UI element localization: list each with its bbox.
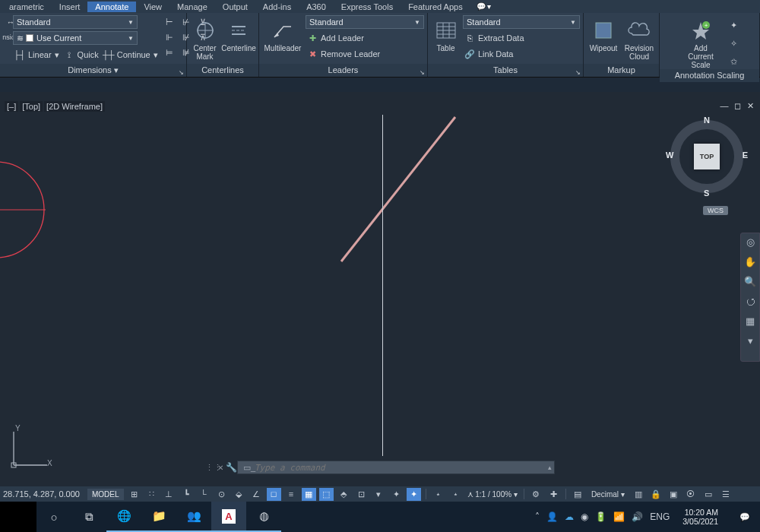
menu-manage[interactable]: Manage bbox=[169, 2, 215, 12]
taskbar-clock[interactable]: 10:20 AM 3/05/2021 bbox=[676, 508, 724, 526]
menu-parametric[interactable]: arametric bbox=[2, 2, 52, 12]
dim-tool-7[interactable]: ⊨ bbox=[162, 46, 177, 59]
coordinates-readout[interactable]: 28.715, 4.287, 0.000 bbox=[3, 489, 84, 499]
taskbar-teams-icon[interactable]: 👥 bbox=[176, 502, 211, 532]
tray-people-icon[interactable]: 👤 bbox=[546, 511, 558, 522]
tray-wifi-icon[interactable]: 📶 bbox=[613, 511, 625, 522]
polar-toggle[interactable]: ⊙ bbox=[214, 488, 229, 501]
clean-screen-icon[interactable]: ▭ bbox=[701, 488, 715, 501]
taskbar-obs-icon[interactable]: ◍ bbox=[246, 502, 281, 532]
anno-scale-tool-2[interactable]: ✧ bbox=[726, 36, 741, 50]
menu-annotate[interactable]: Annotate bbox=[87, 2, 136, 12]
cmd-grip-icon[interactable]: ⋮⋮ bbox=[205, 463, 216, 473]
menu-view[interactable]: View bbox=[136, 2, 169, 12]
dialog-launcher-icon[interactable]: ↘ bbox=[179, 66, 184, 79]
linear-dim-button[interactable]: ├┤Linear ▾ bbox=[13, 48, 61, 62]
dynamic-input-toggle[interactable]: ┗ bbox=[179, 488, 194, 501]
vp-view[interactable]: [Top] bbox=[20, 101, 43, 112]
viewcube-east[interactable]: E bbox=[743, 150, 748, 160]
dyn-ucs-toggle[interactable]: ⊡ bbox=[354, 488, 369, 501]
link-data-button[interactable]: 🔗Link Data bbox=[463, 47, 580, 61]
hardware-accel-icon[interactable]: ⦿ bbox=[683, 488, 698, 501]
nav-pan-icon[interactable]: ✋ bbox=[743, 256, 757, 270]
window-minimize-icon[interactable]: — bbox=[719, 101, 730, 110]
revision-cloud-button[interactable]: Revision Cloud bbox=[622, 15, 656, 61]
model-tab[interactable]: MODEL bbox=[87, 489, 124, 500]
taskbar-autocad-icon[interactable]: A bbox=[211, 502, 246, 532]
otrack-toggle[interactable]: ∠ bbox=[249, 488, 264, 501]
cmd-recent-icon[interactable]: ▴ bbox=[548, 464, 552, 471]
nav-zoom-icon[interactable]: 🔍 bbox=[743, 276, 757, 290]
infer-constraint-toggle[interactable]: ⊥ bbox=[162, 488, 176, 501]
taskbar-start-area[interactable] bbox=[0, 502, 36, 532]
vp-minimize[interactable]: [–] bbox=[5, 101, 18, 112]
centerline-button[interactable]: Centerline bbox=[222, 15, 255, 52]
panel-title-dimensions[interactable]: Dimensions ▾↘ bbox=[0, 64, 186, 77]
vp-visualstyle[interactable]: [2D Wireframe] bbox=[44, 101, 105, 112]
isolate-objects-icon[interactable]: ▣ bbox=[666, 488, 680, 501]
menu-search-icon[interactable]: 💬 ▾ bbox=[477, 2, 492, 11]
viewcube-south[interactable]: S bbox=[704, 188, 709, 198]
osnap-toggle[interactable]: □ bbox=[267, 488, 281, 501]
extract-data-button[interactable]: ⎘Extract Data bbox=[463, 31, 580, 45]
snap-toggle[interactable]: ∷ bbox=[144, 488, 159, 501]
wcs-badge[interactable]: WCS bbox=[703, 206, 728, 215]
taskbar-explorer-icon[interactable]: 📁 bbox=[141, 502, 176, 532]
workspace-switch-icon[interactable]: ⚙ bbox=[529, 488, 543, 501]
nav-wheel-icon[interactable]: ◎ bbox=[743, 236, 757, 250]
add-leader-button[interactable]: ✚Add Leader bbox=[306, 31, 424, 45]
action-center-icon[interactable]: 💬 bbox=[731, 502, 758, 532]
lineweight-toggle[interactable]: ≡ bbox=[284, 488, 299, 501]
leader-style-combo[interactable]: Standard▼ bbox=[306, 15, 424, 29]
dim-tool-4[interactable]: ⊩ bbox=[162, 30, 177, 44]
ortho-toggle[interactable]: └ bbox=[197, 488, 211, 501]
cmd-customize-icon[interactable]: 🔧 bbox=[225, 462, 237, 473]
quick-dim-button[interactable]: ⟟Quick bbox=[62, 48, 100, 62]
center-mark-button[interactable]: Center Mark bbox=[190, 15, 220, 61]
tray-volume-icon[interactable]: 🔊 bbox=[632, 511, 643, 522]
isodraft-toggle[interactable]: ⬙ bbox=[232, 488, 246, 501]
viewcube-north[interactable]: N bbox=[704, 116, 710, 125]
units-icon[interactable]: ▤ bbox=[571, 488, 585, 501]
table-button[interactable]: Table bbox=[431, 15, 461, 52]
menu-output[interactable]: Output bbox=[215, 2, 255, 12]
taskbar-edge-icon[interactable]: 🌐 bbox=[106, 502, 141, 532]
continue-dim-button[interactable]: ┼┼Continue ▾ bbox=[102, 48, 160, 62]
anno-visibility-toggle[interactable]: ✦ bbox=[407, 488, 421, 501]
tray-onedrive-icon[interactable]: ☁ bbox=[565, 511, 574, 522]
nav-showmotion-icon[interactable]: ▦ bbox=[743, 315, 757, 329]
anno-scale-value[interactable]: ⋏ 1:1 / 100% ▾ bbox=[466, 489, 519, 499]
anno-autoscale-toggle[interactable]: ⋆ bbox=[431, 488, 445, 501]
tray-language[interactable]: ENG bbox=[650, 511, 670, 522]
transparency-toggle[interactable]: ▦ bbox=[302, 488, 316, 501]
viewcube-west[interactable]: W bbox=[666, 150, 673, 160]
tray-chevron-icon[interactable]: ˄ bbox=[535, 511, 540, 522]
anno-scale-tool-1[interactable]: ✦ bbox=[726, 18, 741, 32]
menu-express-tools[interactable]: Express Tools bbox=[334, 2, 401, 12]
menu-insert[interactable]: Insert bbox=[52, 2, 88, 12]
wipeout-button[interactable]: Wipeout bbox=[587, 15, 620, 52]
tray-location-icon[interactable]: ◉ bbox=[581, 511, 588, 522]
window-maximize-icon[interactable]: ◻ bbox=[732, 101, 743, 110]
viewcube[interactable]: TOP N S E W bbox=[669, 119, 745, 195]
dim-tool-1[interactable]: ⊢ bbox=[162, 15, 177, 29]
menu-featured-apps[interactable]: Featured Apps bbox=[401, 2, 470, 12]
selection-cycling-toggle[interactable]: ⬚ bbox=[319, 488, 334, 501]
anno-monitor-icon[interactable]: ✚ bbox=[546, 488, 561, 501]
nav-orbit-icon[interactable]: ⭯ bbox=[743, 296, 757, 309]
dim-layer-combo[interactable]: ≋ Use Current▼ bbox=[13, 31, 138, 45]
window-close-icon[interactable]: ✕ bbox=[745, 101, 755, 110]
gizmo-toggle[interactable]: ✦ bbox=[389, 488, 404, 501]
ucs-icon[interactable]: X Y bbox=[8, 426, 53, 473]
anno-scale-icon[interactable]: ⋆ bbox=[448, 488, 463, 501]
3dosnap-toggle[interactable]: ⬘ bbox=[337, 488, 351, 501]
remove-leader-button[interactable]: ✖Remove Leader bbox=[306, 47, 424, 61]
customize-status-icon[interactable]: ☰ bbox=[718, 488, 733, 501]
dim-style-combo[interactable]: Standard▼ bbox=[13, 15, 138, 29]
viewcube-top-face[interactable]: TOP bbox=[694, 144, 720, 169]
tray-battery-icon[interactable]: 🔋 bbox=[595, 511, 606, 522]
dialog-launcher-icon[interactable]: ↘ bbox=[420, 66, 425, 79]
anno-scale-tool-3[interactable]: ✩ bbox=[726, 55, 741, 68]
taskbar-search-icon[interactable]: ○ bbox=[36, 502, 71, 532]
nav-more-icon[interactable]: ▾ bbox=[743, 335, 757, 349]
